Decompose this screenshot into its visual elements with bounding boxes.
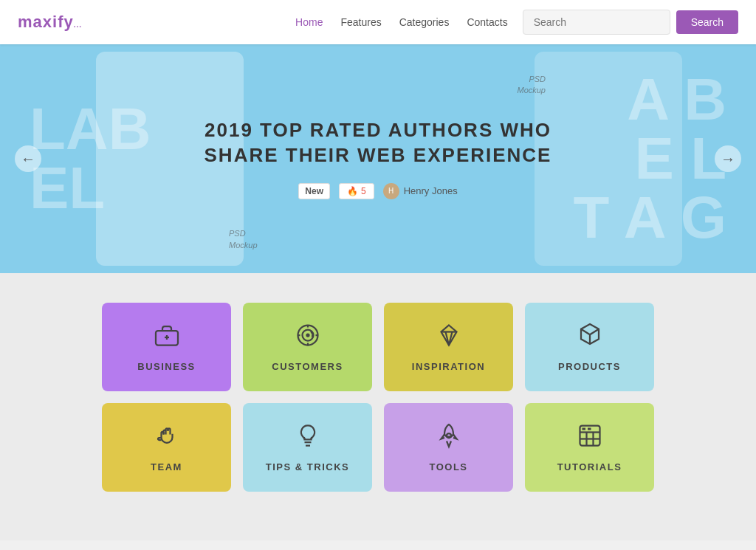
rocket-icon (436, 422, 462, 454)
card-tips-tricks[interactable]: TIPS & TRICKS (243, 403, 372, 492)
briefcase-icon (154, 322, 180, 354)
inspiration-label: INSPIRATION (412, 361, 485, 372)
card-tools[interactable]: TOOLS (384, 403, 513, 492)
nav-contacts[interactable]: Contacts (467, 16, 507, 28)
hero-title: 2019 TOP RATED AUTHORS WHO SHARE THEIR W… (193, 118, 563, 168)
grid-row-1: BUSINESS CUSTOMERS INSPIRATION PRODUCTS (74, 303, 682, 391)
hero-meta: New 🔥 5 H Henry Jones (193, 183, 563, 199)
chart-icon (577, 422, 603, 454)
card-team[interactable]: TEAM (102, 403, 231, 492)
tips-tricks-label: TIPS & TRICKS (266, 461, 349, 472)
cube-icon (577, 322, 603, 354)
business-label: BUSINESS (137, 361, 195, 372)
card-products[interactable]: PRODUCTS (525, 303, 654, 391)
bulb-icon (295, 422, 321, 454)
card-business[interactable]: BUSINESS (102, 303, 231, 391)
tools-label: TOOLS (429, 461, 467, 472)
main-nav: Home Features Categories Contacts (295, 16, 508, 28)
svg-line-11 (590, 329, 599, 335)
grid-row-2: TEAM TIPS & TRICKS TOOLS TUTORIALS (74, 403, 682, 492)
hero-psd-right: PSDMockup (517, 74, 546, 97)
author-info: H Henry Jones (383, 183, 458, 199)
hero-psd-left: PSDMockup (229, 228, 258, 251)
diamond-icon (436, 322, 462, 354)
svg-rect-20 (588, 428, 591, 430)
search-container: Search (523, 10, 738, 35)
header: maxify... Home Features Categories Conta… (0, 0, 756, 44)
categories-grid: BUSINESS CUSTOMERS INSPIRATION PRODUCTS (0, 273, 756, 540)
nav-home[interactable]: Home (295, 16, 323, 28)
logo: maxify... (18, 13, 82, 32)
hero-section: LABEL A BE LT A G PSDMockup PSDMockup ← … (0, 44, 756, 273)
svg-line-12 (581, 329, 590, 335)
fire-icon: 🔥 (347, 186, 358, 196)
nav-categories[interactable]: Categories (399, 16, 450, 28)
nav-features[interactable]: Features (340, 16, 381, 28)
card-tutorials[interactable]: TUTORIALS (525, 403, 654, 492)
badge-fire: 🔥 5 (339, 183, 374, 199)
products-label: PRODUCTS (558, 361, 621, 372)
badge-new: New (298, 183, 330, 199)
card-customers[interactable]: CUSTOMERS (243, 303, 372, 391)
hero-prev-arrow[interactable]: ← (15, 145, 41, 172)
author-name: Henry Jones (404, 185, 458, 196)
svg-rect-19 (582, 428, 585, 430)
target-icon (295, 322, 321, 354)
svg-point-13 (447, 433, 451, 438)
hero-next-arrow[interactable]: → (715, 145, 741, 172)
avatar: H (383, 183, 399, 199)
card-inspiration[interactable]: INSPIRATION (384, 303, 513, 391)
customers-label: CUSTOMERS (272, 361, 343, 372)
hero-content: 2019 TOP RATED AUTHORS WHO SHARE THEIR W… (193, 118, 563, 199)
search-button[interactable]: Search (676, 10, 738, 34)
search-input[interactable] (523, 10, 670, 35)
team-label: TEAM (151, 461, 182, 472)
hands-icon (154, 422, 180, 454)
tutorials-label: TUTORIALS (557, 461, 622, 472)
svg-point-5 (306, 334, 309, 337)
